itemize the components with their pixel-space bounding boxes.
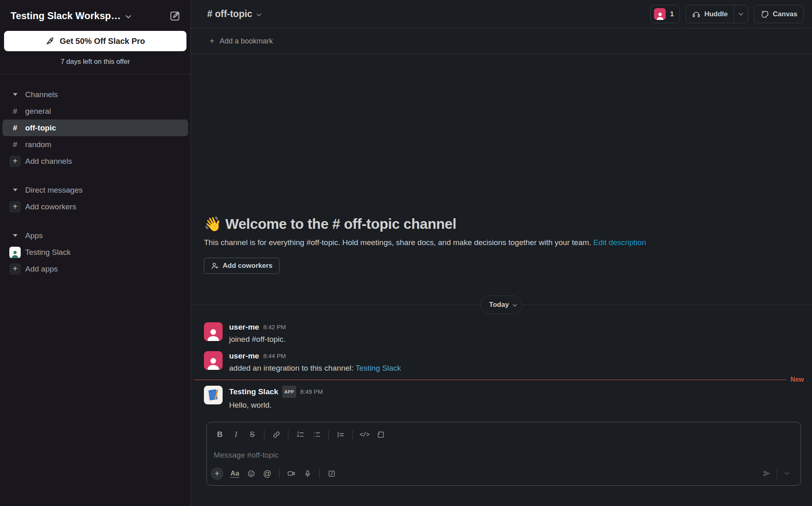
formatting-toolbar: B I S xyxy=(207,422,801,442)
sidebar-item-off-topic[interactable]: # off-topic xyxy=(2,119,188,136)
code-block-button[interactable] xyxy=(372,428,389,441)
message-text: added an integration to this channel: Te… xyxy=(229,363,401,374)
member-count-button[interactable]: 1 xyxy=(650,5,680,23)
message-timestamp[interactable]: 8:44 PM xyxy=(263,351,286,361)
add-coworkers-button[interactable]: Add coworkers xyxy=(204,258,279,274)
message-composer: B I S xyxy=(206,422,801,486)
date-divider: Today xyxy=(191,295,812,314)
dm-section-header[interactable]: Direct messages xyxy=(2,182,188,198)
channel-header: # off-topic 1 Huddle xyxy=(191,0,812,28)
person-plus-icon xyxy=(211,262,219,270)
pro-offer-card: Get 50% Off Slack Pro 7 days left on thi… xyxy=(0,31,191,74)
message-row[interactable]: user-me 8:42 PM joined #off-topic. xyxy=(191,319,812,348)
edit-description-link[interactable]: Edit description xyxy=(593,238,646,247)
add-bookmark-button[interactable]: + Add a bookmark xyxy=(206,34,276,48)
message-timestamp[interactable]: 8:42 PM xyxy=(263,322,286,332)
sidebar-item-add-channels[interactable]: + Add channels xyxy=(2,153,188,169)
message-pane: 👋 Welcome to the # off-topic channel Thi… xyxy=(191,54,812,506)
message-author[interactable]: user-me xyxy=(229,322,259,332)
bullet-list-button[interactable] xyxy=(308,428,325,441)
toolbar-divider xyxy=(328,430,329,439)
huddle-button[interactable]: Huddle xyxy=(686,5,734,23)
main-area: # off-topic 1 Huddle xyxy=(191,0,812,506)
new-label: New xyxy=(790,376,804,383)
sidebar: Testing Slack Worksp… Get 50% Off Slack … xyxy=(0,0,191,506)
member-count: 1 xyxy=(670,10,673,18)
message-author[interactable]: Testing Slack xyxy=(229,387,278,397)
user-avatar[interactable] xyxy=(204,322,223,341)
workspace-switcher-button[interactable]: Testing Slack Worksp… xyxy=(8,9,134,23)
message-input[interactable]: Message #off-topic xyxy=(207,442,801,466)
channel-title: # off-topic xyxy=(207,9,252,20)
message-row[interactable]: user-me 8:44 PM added an integration to … xyxy=(191,348,812,377)
sidebar-item-testing-slack[interactable]: Testing Slack xyxy=(2,244,188,261)
italic-button[interactable]: I xyxy=(228,428,244,441)
plus-icon: + xyxy=(9,201,21,213)
sidebar-item-random[interactable]: # random xyxy=(2,136,188,153)
new-messages-divider: New xyxy=(194,377,804,382)
section-label: Apps xyxy=(25,231,43,240)
channel-description: This channel is for everything #off-topi… xyxy=(204,238,799,247)
ordered-list-button[interactable] xyxy=(292,428,308,441)
caret-down-icon xyxy=(8,93,22,96)
section-label: Channels xyxy=(25,90,58,99)
emoji-button[interactable] xyxy=(243,467,259,480)
plus-icon: + xyxy=(210,37,214,46)
caret-down-icon xyxy=(8,189,22,191)
huddle-options-button[interactable] xyxy=(734,5,748,23)
integration-link[interactable]: Testing Slack xyxy=(355,364,401,372)
app-message-avatar[interactable] xyxy=(204,386,223,404)
slack-app: Testing Slack Worksp… Get 50% Off Slack … xyxy=(0,0,812,506)
attach-button[interactable]: + xyxy=(211,467,223,480)
dm-section: Direct messages + Add coworkers xyxy=(0,182,191,215)
wave-emoji: 👋 xyxy=(204,216,221,232)
composer-action-bar: + Aa @ xyxy=(207,466,801,485)
upgrade-offer-button[interactable]: Get 50% Off Slack Pro xyxy=(4,31,186,51)
sidebar-item-add-apps[interactable]: + Add apps xyxy=(2,261,188,277)
mention-button[interactable]: @ xyxy=(259,467,275,480)
new-divider-line xyxy=(194,380,786,380)
link-button[interactable] xyxy=(268,428,284,441)
hash-icon: # xyxy=(8,107,22,116)
header-actions: 1 Huddle xyxy=(650,5,804,23)
strikethrough-button[interactable]: S xyxy=(244,428,260,441)
video-clip-button[interactable] xyxy=(283,467,299,480)
compose-pencil-icon xyxy=(169,11,180,22)
channels-section: Channels # general # off-topic # random … xyxy=(0,86,191,169)
message-timestamp[interactable]: 8:49 PM xyxy=(300,387,323,397)
channel-label: random xyxy=(25,140,51,149)
message-author[interactable]: user-me xyxy=(229,351,259,361)
user-avatar[interactable] xyxy=(204,351,223,370)
hash-icon: # xyxy=(8,140,22,149)
section-label: Direct messages xyxy=(25,186,83,195)
shortcuts-button[interactable] xyxy=(323,467,340,480)
message-row[interactable]: Testing Slack APP 8:49 PM Hello, world. xyxy=(191,382,812,414)
text-format-toggle[interactable]: Aa xyxy=(227,467,243,480)
bold-button[interactable]: B xyxy=(212,428,228,441)
app-label: Testing Slack xyxy=(25,248,71,257)
audio-clip-button[interactable] xyxy=(299,467,316,480)
huddle-button-group: Huddle xyxy=(686,5,748,23)
new-message-button[interactable] xyxy=(165,7,184,25)
send-button[interactable] xyxy=(759,467,775,480)
send-options-button[interactable] xyxy=(779,467,795,480)
date-pill-button[interactable]: Today xyxy=(481,295,522,314)
code-button[interactable]: </> xyxy=(356,428,372,441)
member-avatar xyxy=(654,8,666,20)
canvas-button[interactable]: Canvas xyxy=(754,5,804,23)
add-coworkers-label: Add coworkers xyxy=(25,202,76,211)
sidebar-item-general[interactable]: # general xyxy=(2,103,188,119)
toolbar-divider xyxy=(264,430,264,439)
apps-section-header[interactable]: Apps xyxy=(2,227,188,244)
add-bookmark-label: Add a bookmark xyxy=(220,37,273,46)
blockquote-button[interactable] xyxy=(332,428,349,441)
toolbar-divider xyxy=(319,469,320,478)
add-apps-label: Add apps xyxy=(25,265,58,274)
toolbar-divider xyxy=(279,469,279,478)
workspace-name: Testing Slack Worksp… xyxy=(11,10,121,22)
sidebar-item-add-coworkers[interactable]: + Add coworkers xyxy=(2,198,188,215)
toolbar-divider xyxy=(352,430,353,439)
channels-section-header[interactable]: Channels xyxy=(2,86,188,103)
add-channels-label: Add channels xyxy=(25,157,72,166)
channel-header-button[interactable]: # off-topic xyxy=(204,6,265,22)
